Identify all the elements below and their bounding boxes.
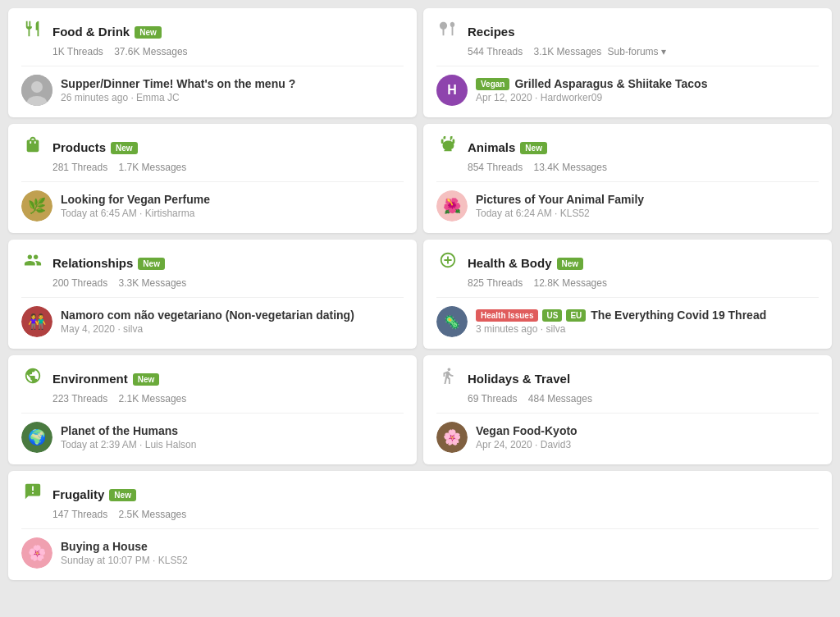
post-title[interactable]: Vegan Food-Kyoto [476,424,819,437]
last-post: H VeganGrilled Asparagus & Shiitake Taco… [436,66,819,106]
post-title[interactable]: Supper/Dinner Time! What's on the menu ? [61,77,404,90]
forum-title[interactable]: Recipes [468,25,515,39]
forum-title[interactable]: Health & BodyNew [468,256,583,270]
post-info: Pictures of Your Animal Family Today at … [476,193,819,219]
forum-header: Health & BodyNew [436,251,819,274]
post-title[interactable]: VeganGrilled Asparagus & Shiitake Tacos [476,77,819,90]
badge-new: New [111,142,138,154]
message-count: 13.4K Messages [534,162,607,173]
badge-new: New [135,26,162,39]
forum-stats: 544 Threads 3.1K Messages Sub-forums ▾ [468,46,819,57]
avatar: 👫 [21,306,52,337]
post-title[interactable]: Health IssuesUSEUThe Everything Covid 19… [476,308,819,322]
forum-stats: 1K Threads 37.6K Messages [52,46,404,57]
post-info: Looking for Vegan Perfume Today at 6:45 … [61,193,404,219]
forum-icon-relationships [21,251,44,274]
message-count: 3.3K Messages [119,277,187,289]
message-count: 37.6K Messages [114,46,187,57]
badge-eu: EU [566,309,586,322]
post-meta: Today at 6:24 AM · KLS52 [476,208,819,219]
post-info: Vegan Food-Kyoto Apr 24, 2020 · David3 [476,424,819,450]
avatar [21,75,52,106]
avatar: H [436,75,468,106]
post-meta: Apr 12, 2020 · Hardworker09 [476,92,819,103]
forum-card-animals: AnimalsNew 854 Threads 13.4K Messages 🌺 … [423,124,832,233]
forum-title[interactable]: Food & DrinkNew [52,25,162,39]
subforum-link[interactable]: Sub-forums ▾ [608,46,666,57]
last-post: 👫 Namoro com não vegetariano (Non-vegeta… [21,297,404,337]
forum-icon-frugality [21,482,44,505]
forum-header: Recipes [436,20,819,43]
message-count: 1.7K Messages [119,162,187,173]
badge-us: US [542,309,562,322]
post-info: Namoro com não vegetariano (Non-vegetari… [61,308,404,335]
post-meta: 3 minutes ago · silva [476,323,819,335]
post-title[interactable]: Pictures of Your Animal Family [476,193,819,206]
forum-title[interactable]: EnvironmentNew [52,372,159,386]
last-post: 🌿 Looking for Vegan Perfume Today at 6:4… [21,181,404,222]
post-info: Supper/Dinner Time! What's on the menu ?… [61,77,404,103]
post-meta: Today at 2:39 AM · Luis Halson [61,439,404,450]
forum-title[interactable]: FrugalityNew [52,487,136,501]
message-count: 12.8K Messages [534,277,607,289]
last-post: Supper/Dinner Time! What's on the menu ?… [21,66,404,106]
forum-header: EnvironmentNew [21,367,404,390]
svg-text:🌸: 🌸 [443,428,462,446]
forum-header: FrugalityNew [21,482,819,505]
thread-count: 69 Threads [468,393,518,404]
badge-vegan: Vegan [476,78,509,90]
post-meta: Apr 24, 2020 · David3 [476,439,819,450]
badge-new: New [133,373,160,386]
forum-stats: 854 Threads 13.4K Messages [468,162,819,173]
message-count: 3.1K Messages [534,46,602,57]
avatar: 🦠 [436,306,468,337]
message-count: 2.5K Messages [119,509,187,520]
post-info: Buying a House Sunday at 10:07 PM · KLS5… [61,540,819,566]
forum-header: AnimalsNew [436,135,819,158]
post-title[interactable]: Buying a House [61,540,819,553]
forum-icon-food-drink [21,20,44,43]
forum-card-relationships: RelationshipsNew 200 Threads 3.3K Messag… [8,240,417,349]
forum-title[interactable]: AnimalsNew [468,140,547,154]
thread-count: 825 Threads [468,277,523,289]
message-count: 2.1K Messages [119,393,187,404]
message-count: 484 Messages [528,393,592,404]
forum-card-products: ProductsNew 281 Threads 1.7K Messages 🌿 … [8,124,417,233]
avatar: 🌿 [21,190,52,222]
forum-title[interactable]: RelationshipsNew [52,256,165,270]
svg-text:👫: 👫 [28,313,47,331]
badge-new: New [520,142,547,154]
forum-stats: 69 Threads 484 Messages [468,393,819,404]
forum-icon-environment [21,367,44,390]
post-meta: 26 minutes ago · Emma JC [61,92,404,103]
forum-stats: 200 Threads 3.3K Messages [52,277,404,289]
last-post: 🌸 Vegan Food-Kyoto Apr 24, 2020 · David3 [436,413,819,453]
post-title[interactable]: Looking for Vegan Perfume [61,193,404,206]
post-meta: Today at 6:45 AM · Kirtisharma [61,208,404,219]
post-info: Health IssuesUSEUThe Everything Covid 19… [476,308,819,335]
svg-text:🦠: 🦠 [444,314,460,330]
badge-new: New [138,258,165,270]
forum-card-frugality: FrugalityNew 147 Threads 2.5K Messages 🌸… [8,471,832,580]
badge-health: Health Issues [476,309,538,322]
post-meta: May 4, 2020 · silva [61,323,404,335]
forum-icon-holidays-travel [436,367,459,390]
last-post: 🌍 Planet of the Humans Today at 2:39 AM … [21,413,404,453]
last-post: 🦠 Health IssuesUSEUThe Everything Covid … [436,297,819,337]
forum-icon-health-body [436,251,459,274]
avatar: 🌺 [436,190,468,222]
forum-header: ProductsNew [21,135,404,158]
forum-stats: 147 Threads 2.5K Messages [52,509,819,520]
forum-title[interactable]: Holidays & Travel [468,372,570,386]
forum-header: Holidays & Travel [436,367,819,390]
forum-header: Food & DrinkNew [21,20,404,43]
post-info: Planet of the Humans Today at 2:39 AM · … [61,424,404,450]
post-title[interactable]: Namoro com não vegetariano (Non-vegetari… [61,308,404,322]
forum-card-environment: EnvironmentNew 223 Threads 2.1K Messages… [8,355,417,464]
forum-icon-animals [436,135,459,158]
svg-text:🌺: 🌺 [443,197,462,215]
forum-title[interactable]: ProductsNew [52,140,138,154]
post-title[interactable]: Planet of the Humans [61,424,404,437]
svg-point-1 [31,81,43,93]
badge-new: New [109,489,136,501]
